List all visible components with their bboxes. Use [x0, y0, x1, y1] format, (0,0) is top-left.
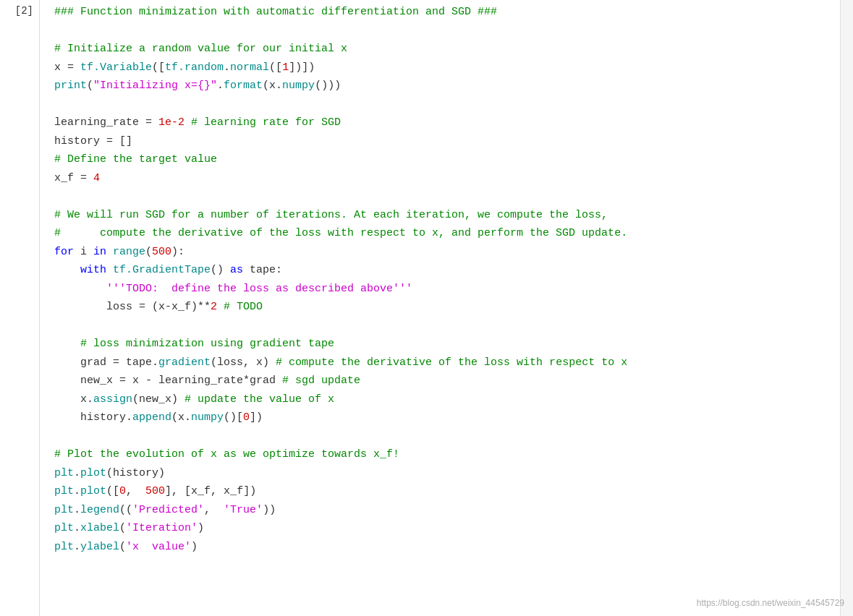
cell-number: [2] [0, 0, 40, 616]
code-line-25: plt.ylabel('x value') [54, 541, 198, 553]
comment-1: # Initialize a random value for our init… [54, 43, 347, 55]
code-line-14: loss = (x-x_f)**2 # TODO [54, 301, 263, 313]
code-line-19: history.append(x.numpy()[0]) [54, 411, 263, 424]
code-line-17: new_x = x - learning_rate*grad # sgd upd… [54, 375, 360, 387]
code-line-24: plt.xlabel('Iteration') [54, 522, 204, 534]
right-border [840, 0, 853, 616]
code-line-11: for i in range(500): [54, 246, 184, 258]
code-block: ### Function minimization with automatic… [54, 3, 831, 556]
code-line-23: plt.legend(('Predicted', 'True')) [54, 504, 276, 516]
comment-6: # Plot the evolution of x as we optimize… [54, 448, 399, 461]
code-line-16: grad = tape.gradient(loss, x) # compute … [54, 356, 627, 369]
notebook-cell: [2] ### Function minimization with autom… [0, 0, 853, 616]
comment-5: # loss minimization using gradient tape [54, 338, 334, 350]
code-line-8: x_f = 4 [54, 172, 100, 184]
comment-4: # compute the derivative of the loss wit… [54, 227, 627, 239]
code-line-6: history = [] [54, 135, 132, 147]
cell-content: ### Function minimization with automatic… [40, 0, 840, 616]
comment-2: # Define the target value [54, 153, 217, 166]
code-line-4: print("Initializing x={}".format(x.numpy… [54, 80, 341, 92]
code-line-21: plt.plot(history) [54, 467, 165, 479]
code-line-5: learning_rate = 1e-2 # learning rate for… [54, 116, 341, 129]
heading-comment: ### Function minimization with automatic… [54, 6, 497, 18]
comment-3: # We will run SGD for a number of iterat… [54, 209, 608, 221]
code-line-13: '''TODO: define the loss as described ab… [54, 283, 412, 295]
code-line-22: plt.plot([0, 500], [x_f, x_f]) [54, 485, 256, 497]
code-line-18: x.assign(new_x) # update the value of x [54, 393, 334, 406]
code-line-3: x = tf.Variable([tf.random.normal([1])]) [54, 61, 315, 74]
code-line-12: with tf.GradientTape() as tape: [54, 264, 282, 276]
watermark: https://blog.csdn.net/weixin_44545729 [697, 596, 844, 610]
